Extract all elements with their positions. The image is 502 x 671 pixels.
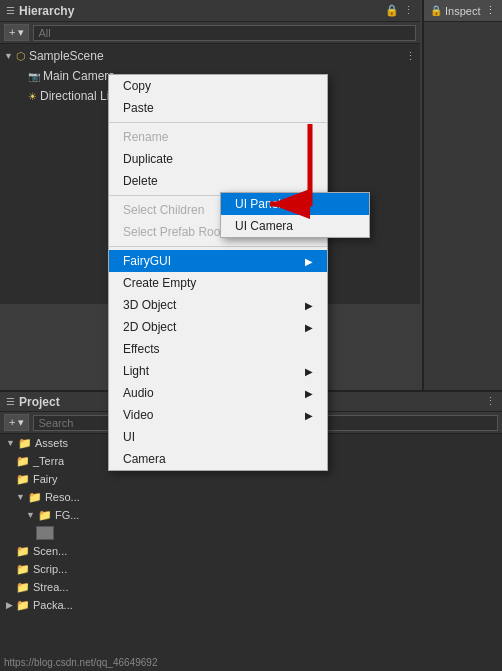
- proj-file[interactable]: [0, 524, 502, 542]
- ctx-ui[interactable]: UI: [109, 426, 327, 448]
- proj-packa[interactable]: ▶ 📁 Packa...: [0, 596, 502, 614]
- ctx-camera[interactable]: Camera: [109, 448, 327, 470]
- hierarchy-header: ☰ Hierarchy 🔒 ⋮: [0, 0, 420, 22]
- ctx-create-empty[interactable]: Create Empty: [109, 272, 327, 294]
- packa-triangle: ▶: [6, 600, 13, 610]
- hierarchy-panel: ☰ Hierarchy 🔒 ⋮ + ▾ ▼ ⬡ SampleScene ⋮: [0, 0, 420, 390]
- url-text: https://blog.csdn.net/qq_46649692: [4, 657, 157, 668]
- fg-label: FG...: [55, 509, 79, 521]
- scen-label: Scen...: [33, 545, 67, 557]
- ctx-fairygui[interactable]: FairyGUI ▶: [109, 250, 327, 272]
- 2d-object-arrow: ▶: [305, 322, 313, 333]
- inspector-tab-label: Inspect: [445, 5, 480, 17]
- assets-folder-icon: 📁: [18, 437, 32, 450]
- search-input[interactable]: [33, 25, 416, 41]
- proj-scen[interactable]: 📁 Scen...: [0, 542, 502, 560]
- header-right: 🔒 ⋮: [385, 4, 414, 17]
- main-camera-label: Main Camera: [43, 69, 115, 83]
- video-arrow: ▶: [305, 410, 313, 421]
- terra-folder-icon: 📁: [16, 455, 30, 468]
- arrow-svg: [250, 114, 330, 234]
- lock-icon[interactable]: 🔒: [385, 4, 399, 17]
- dots-icon[interactable]: ⋮: [403, 4, 414, 17]
- inspector-tab: 🔒 Inspect ⋮: [424, 0, 502, 22]
- proj-scrip[interactable]: 📁 Scrip...: [0, 560, 502, 578]
- inspector-lock-icon[interactable]: 🔒: [430, 5, 442, 16]
- 3d-object-arrow: ▶: [305, 300, 313, 311]
- inspector-panel: 🔒 Inspect ⋮: [422, 0, 502, 390]
- file-thumbnail: [36, 526, 54, 540]
- add-button[interactable]: + ▾: [4, 24, 29, 41]
- expand-triangle: ▼: [4, 51, 13, 61]
- hierarchy-title: Hierarchy: [19, 4, 74, 18]
- ctx-3d-object[interactable]: 3D Object ▶: [109, 294, 327, 316]
- terra-label: _Terra: [33, 455, 64, 467]
- ctx-effects[interactable]: Effects: [109, 338, 327, 360]
- ctx-video[interactable]: Video ▶: [109, 404, 327, 426]
- scrip-label: Scrip...: [33, 563, 67, 575]
- ctx-2d-object[interactable]: 2D Object ▶: [109, 316, 327, 338]
- packa-label: Packa...: [33, 599, 73, 611]
- ctx-light[interactable]: Light ▶: [109, 360, 327, 382]
- proj-fg[interactable]: ▼ 📁 FG...: [0, 506, 502, 524]
- scrip-folder-icon: 📁: [16, 563, 30, 576]
- scen-folder-icon: 📁: [16, 545, 30, 558]
- strea-label: Strea...: [33, 581, 68, 593]
- reso-label: Reso...: [45, 491, 80, 503]
- packa-folder-icon: 📁: [16, 599, 30, 612]
- reso-triangle: ▼: [16, 492, 25, 502]
- ctx-sep3: [109, 246, 327, 247]
- project-dots-icon[interactable]: ⋮: [485, 395, 496, 408]
- scene-dots-button[interactable]: ⋮: [405, 50, 420, 63]
- proj-fairy[interactable]: 📁 Fairy: [0, 470, 502, 488]
- proj-reso[interactable]: ▼ 📁 Reso...: [0, 488, 502, 506]
- fairy-label: Fairy: [33, 473, 57, 485]
- header-left: ☰ Hierarchy: [6, 4, 74, 18]
- ctx-audio[interactable]: Audio ▶: [109, 382, 327, 404]
- proj-strea[interactable]: 📁 Strea...: [0, 578, 502, 596]
- camera-icon: 📷: [28, 71, 40, 82]
- project-title: Project: [19, 395, 60, 409]
- fg-triangle: ▼: [26, 510, 35, 520]
- scene-name-label: SampleScene: [29, 49, 104, 63]
- strea-folder-icon: 📁: [16, 581, 30, 594]
- assets-triangle: ▼: [6, 438, 15, 448]
- fairy-folder-icon: 📁: [16, 473, 30, 486]
- scene-root-item[interactable]: ▼ ⬡ SampleScene ⋮: [0, 46, 420, 66]
- ctx-copy[interactable]: Copy: [109, 75, 327, 97]
- fg-folder-icon: 📁: [38, 509, 52, 522]
- light-arrow: ▶: [305, 366, 313, 377]
- light-icon: ☀: [28, 91, 37, 102]
- scene-icon: ⬡: [16, 50, 26, 63]
- fairygui-arrow: ▶: [305, 256, 313, 267]
- hamburger-icon[interactable]: ☰: [6, 5, 15, 16]
- audio-arrow: ▶: [305, 388, 313, 399]
- inspector-dots-icon[interactable]: ⋮: [485, 4, 496, 17]
- project-hamburger-icon[interactable]: ☰: [6, 396, 15, 407]
- toolbar-row: + ▾: [0, 22, 420, 44]
- url-bar: https://blog.csdn.net/qq_46649692: [0, 653, 502, 671]
- scene-area: ▼ ⬡ SampleScene ⋮ 📷 Main Camera ☀ Direct…: [0, 44, 420, 304]
- project-add-button[interactable]: + ▾: [4, 414, 29, 431]
- reso-folder-icon: 📁: [28, 491, 42, 504]
- assets-label: Assets: [35, 437, 68, 449]
